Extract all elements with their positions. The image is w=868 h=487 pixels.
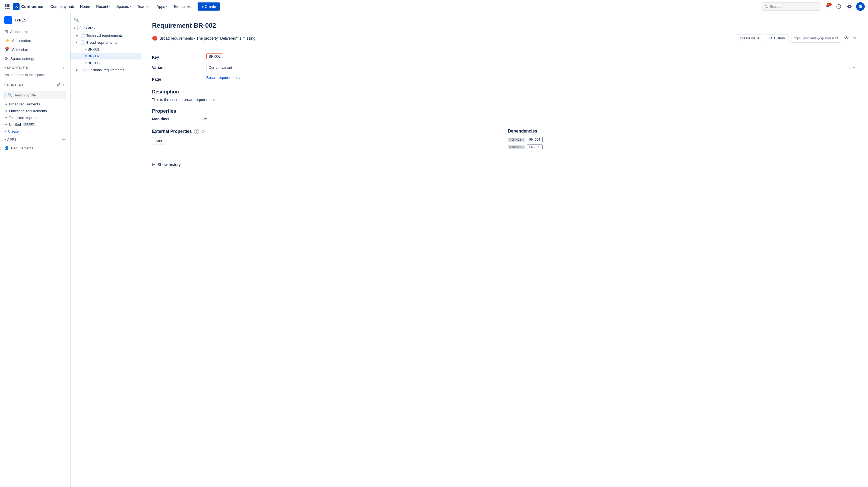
history-icon: ↺ [769,36,772,40]
create-issue-button[interactable]: Create issue [736,34,763,42]
properties-section: Man days 25 [152,117,857,121]
nav-apps[interactable]: Apps ▾ [154,3,170,10]
svg-rect-8 [8,8,9,9]
dependency-item-fn005: REFINES > FN-005 [508,144,857,150]
tree-item-technical-requirements[interactable]: ▶ 📄 Technical requirements [70,32,141,39]
filter-icon[interactable]: ⚟ [57,82,61,88]
nav-company-hub[interactable]: Company hub [48,3,77,10]
space-header: T TYPES [0,13,70,27]
settings-small-icon: ⚙ [4,56,8,61]
avatar[interactable]: JB [856,2,865,11]
search-input[interactable] [770,4,818,9]
fn-004-badge[interactable]: FN-004 [527,137,542,142]
sidebar-item-automation[interactable]: ⚡ Automation [0,36,70,45]
nav-spaces[interactable]: Spaces ▾ [114,3,134,10]
grid-icon[interactable] [3,3,11,10]
svg-rect-6 [5,8,6,9]
search-bar[interactable] [762,2,821,10]
man-days-row: Man days 25 [152,117,857,121]
edit-button[interactable]: ✎ [852,35,857,41]
shortcuts-section-title[interactable]: ▾ Shortcuts [4,66,28,70]
page-link[interactable]: Broad requirements [206,76,857,80]
page-icon: 📄 [80,33,85,37]
help-icon[interactable]: ? [194,129,199,134]
confluence-logo[interactable]: Confluence [13,3,43,10]
tree-item-broad-requirements[interactable]: ▾ 📄 Broad requirements [70,39,141,46]
sidebar-item-functional-requirements[interactable]: Functional requirements [0,108,70,114]
plus-icon: + [4,129,6,133]
space-name: TYPES [14,18,27,22]
settings-icon [847,4,852,9]
search-icon: 🔍 [7,93,12,97]
sidebar-item-requirements-app[interactable]: 👤 Requirements [0,144,70,151]
content-section-title[interactable]: ▾ Content [4,83,24,87]
alert-text: Broad requirements - The property "Deliv… [160,36,255,40]
sidebar-item-all-content[interactable]: ⊞ All content [0,27,70,36]
chevron-down-icon: ▾ [853,66,855,69]
external-properties-header: External Properties ? ⚙ [152,129,501,134]
sidebar-item-technical-requirements[interactable]: Technical requirements [0,114,70,121]
refines-badge: REFINES > [508,138,525,142]
content-section: ▾ Content ⚟ + [0,80,70,90]
tree-root-node[interactable]: ▾ 📄 TYPES [70,24,141,32]
nav-links: Company hub Home Recent ▾ Spaces ▾ Teams… [48,3,193,10]
sidebar-item-space-settings[interactable]: ⚙ Space settings [0,54,70,63]
show-history-toggle[interactable]: ▶ Show history [152,160,857,169]
create-button[interactable]: + Create [197,2,220,10]
external-properties-panel: External Properties ? ⚙ Add [152,129,501,152]
list-row-icon: ≡ [85,54,87,58]
dependencies-panel: Dependencies REFINES > FN-004 REFINES > … [508,129,857,152]
gear-icon[interactable]: ⚙ [201,129,205,134]
variant-label: Variant [152,64,201,70]
svg-rect-3 [5,6,6,7]
left-sidebar: T TYPES ⊞ All content ⚡ Automation 📅 Cal… [0,13,70,487]
apps-section: ▾ Apps ✏ [0,135,70,144]
svg-rect-2 [8,4,9,6]
tree-search-area: 🔍 [70,16,141,24]
svg-text:?: ? [838,5,839,8]
add-external-prop-button[interactable]: Add [152,137,165,144]
sidebar-item-untitled-draft[interactable]: Untitled DRAFT [0,121,70,128]
sidebar-item-broad-requirements[interactable]: Broad requirements [0,101,70,108]
chevron-right-icon: ▶ [76,34,80,37]
tree-item-br-001[interactable]: ≡ BR-001 [70,46,141,53]
content-add-button[interactable]: + [62,82,66,88]
variant-clear-icon[interactable]: ✕ [849,66,851,69]
nav-home[interactable]: Home [78,3,93,10]
dependency-item-fn004: REFINES > FN-004 [508,137,857,142]
content-search-input[interactable] [13,93,63,97]
tree-item-br-003[interactable]: ≡ BR-003 [70,59,141,66]
chevron-down-icon: ▾ [74,27,75,30]
external-deps-grid: External Properties ? ⚙ Add Dependencies… [152,129,857,152]
watch-button[interactable]: 👁 [844,35,850,41]
notifications-button[interactable]: 9+ [824,2,832,11]
list-row-icon: ≡ [85,61,87,65]
svg-rect-0 [5,4,6,6]
help-button[interactable]: ? [834,2,843,11]
copy-url-button[interactable]: ⧉ [835,35,839,41]
key-badge: BR-002 [206,54,223,59]
sidebar-item-calendars[interactable]: 📅 Calendars [0,45,70,54]
create-content-button[interactable]: + Create [0,128,70,135]
apps-edit-button[interactable]: ✏ [61,137,66,142]
apps-section-title[interactable]: ▾ Apps [4,138,17,142]
nav-recent[interactable]: Recent ▾ [93,3,113,10]
nav-templates[interactable]: Templates [170,3,193,10]
space-icon: T [4,16,12,24]
fn-005-badge[interactable]: FN-005 [527,144,542,150]
calendar-icon: 📅 [4,47,10,52]
dependencies-title: Dependencies [508,129,857,134]
settings-button[interactable] [845,2,854,11]
url-display: https://jbrilhante-yogi.atlassi ⧉ [791,34,841,42]
svg-rect-5 [8,6,9,7]
shortcuts-empty-message: No shortcuts in this space [4,72,66,79]
tree-item-functional-requirements[interactable]: ▶ 📄 Functional requirements [70,66,141,73]
shortcuts-add-button[interactable]: + [62,65,66,70]
nav-teams[interactable]: Teams ▾ [134,3,153,10]
requirements-icon: 👤 [4,146,9,150]
variant-select[interactable]: Current variant ✕ ▾ [206,64,857,71]
tree-item-br-002[interactable]: ≡ BR-002 [70,53,141,59]
history-button[interactable]: ↺ History [766,34,788,42]
tree-search-icon[interactable]: 🔍 [74,18,79,23]
chevron-down-icon: ▾ [4,66,6,69]
